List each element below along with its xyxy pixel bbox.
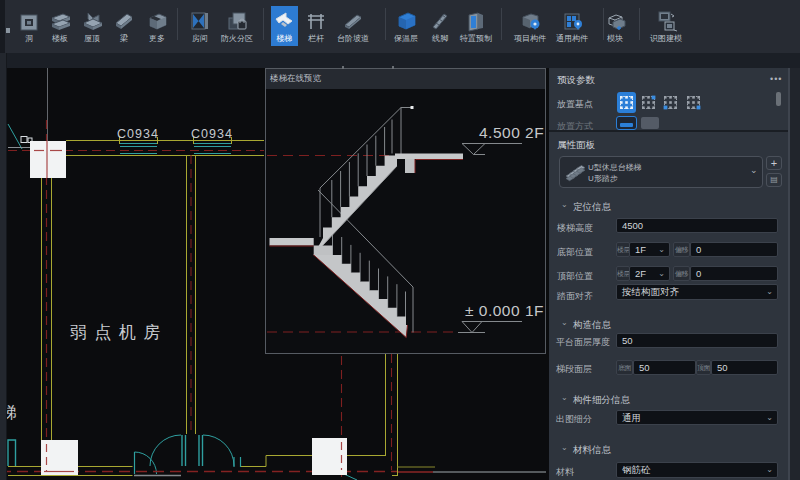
svg-text:弱点机房: 弱点机房 bbox=[70, 323, 168, 342]
svg-text:C0934: C0934 bbox=[117, 127, 159, 141]
svg-text:± 0.000 1F: ± 0.000 1F bbox=[465, 302, 544, 319]
svg-text:C0934: C0934 bbox=[191, 127, 233, 141]
svg-text:4.500 2F: 4.500 2F bbox=[479, 124, 544, 141]
